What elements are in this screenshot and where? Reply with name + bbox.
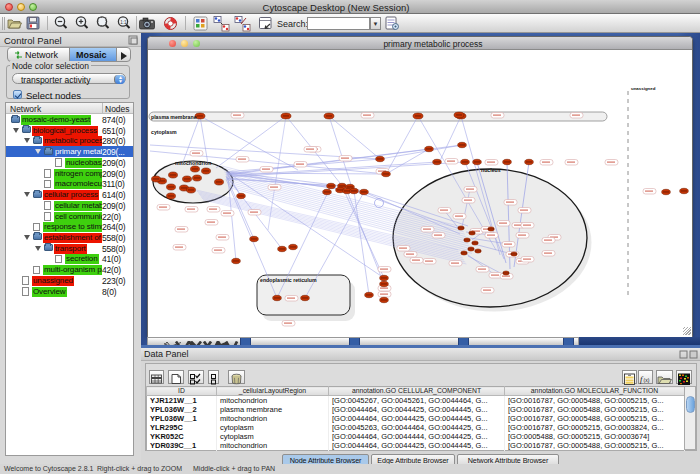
svg-text:unassigned: unassigned — [631, 86, 656, 91]
svg-text:mitochondrion: mitochondrion — [175, 160, 211, 166]
svg-text:plasma membrane: plasma membrane — [151, 114, 197, 120]
svg-text:nucleus: nucleus — [481, 167, 501, 173]
svg-text:(x): (x) — [644, 377, 650, 383]
svg-text:endoplasmic reticulum: endoplasmic reticulum — [260, 277, 317, 283]
svg-text:cytoplasm: cytoplasm — [151, 129, 177, 135]
svg-text:1:1: 1:1 — [120, 20, 127, 25]
